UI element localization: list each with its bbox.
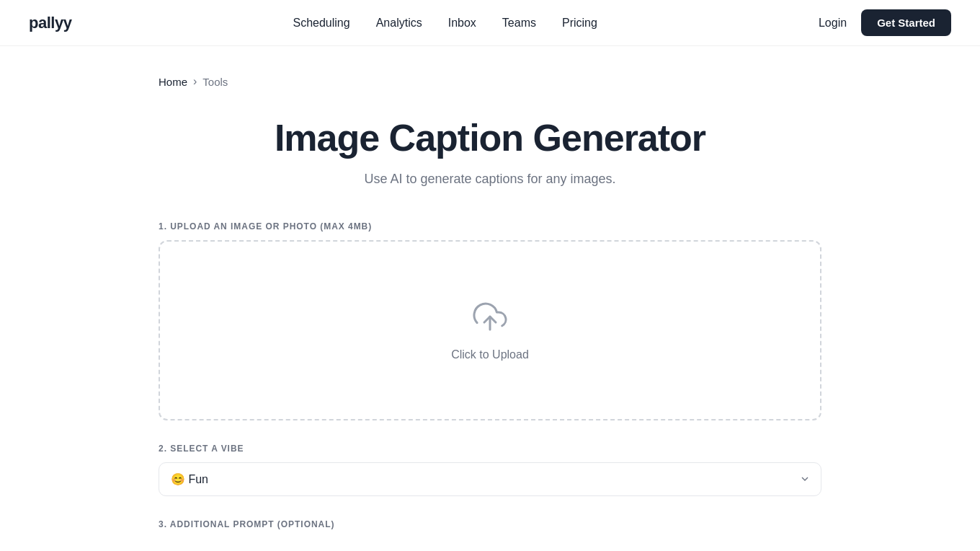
nav-teams[interactable]: Teams — [502, 17, 536, 30]
nav-analytics[interactable]: Analytics — [376, 17, 422, 30]
main-nav: Scheduling Analytics Inbox Teams Pricing — [293, 17, 597, 30]
additional-prompt-label: 3. ADDITIONAL PROMPT (OPTIONAL) — [159, 519, 821, 529]
logo[interactable]: pallyy — [29, 14, 71, 32]
upload-area[interactable]: Click to Upload — [159, 240, 821, 420]
vibe-section: 2. SELECT A VIBE 😊 Fun 💼 Professional 😎 … — [159, 444, 821, 496]
vibe-label: 2. SELECT A VIBE — [159, 444, 821, 454]
upload-cloud-icon — [473, 299, 507, 337]
nav-scheduling[interactable]: Scheduling — [293, 17, 349, 30]
get-started-button[interactable]: Get Started — [861, 9, 951, 36]
page-title: Image Caption Generator — [159, 117, 821, 160]
nav-inbox[interactable]: Inbox — [448, 17, 476, 30]
nav-pricing[interactable]: Pricing — [562, 17, 597, 30]
upload-section: 1. UPLOAD AN IMAGE OR PHOTO (MAX 4MB) Cl… — [159, 221, 821, 420]
page-subtitle: Use AI to generate captions for any imag… — [159, 172, 821, 187]
header: pallyy Scheduling Analytics Inbox Teams … — [0, 0, 980, 46]
breadcrumb-home[interactable]: Home — [159, 76, 187, 88]
login-link[interactable]: Login — [819, 17, 847, 30]
breadcrumb: Home › Tools — [159, 75, 821, 88]
upload-text: Click to Upload — [451, 348, 529, 361]
upload-label: 1. UPLOAD AN IMAGE OR PHOTO (MAX 4MB) — [159, 221, 821, 232]
vibe-select[interactable]: 😊 Fun 💼 Professional 😎 Casual ✨ Inspirat… — [159, 462, 821, 496]
breadcrumb-separator: › — [193, 75, 197, 88]
logo-text: pallyy — [29, 14, 71, 32]
main-content: Home › Tools Image Caption Generator Use… — [144, 46, 836, 551]
breadcrumb-current: Tools — [202, 76, 228, 88]
additional-prompt-section: 3. ADDITIONAL PROMPT (OPTIONAL) — [159, 519, 821, 529]
header-actions: Login Get Started — [819, 9, 951, 36]
